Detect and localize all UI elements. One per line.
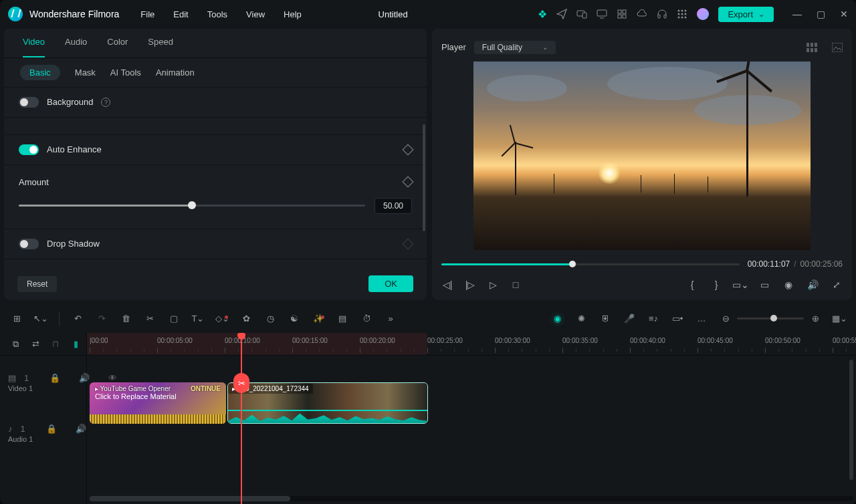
quality-dropdown[interactable]: Full Quality — [474, 41, 556, 54]
pointer-icon[interactable]: ↖⌄ — [35, 313, 47, 325]
captions-button[interactable]: … — [696, 313, 708, 325]
video-track-header[interactable]: ▤1 🔒 🔊 👁 Video 1 — [0, 356, 86, 418]
mic-button[interactable]: 🎤 — [623, 313, 635, 325]
layout-grid-icon[interactable] — [807, 43, 817, 52]
mark-out-button[interactable]: } — [710, 279, 722, 291]
inspector-scrollbar[interactable] — [423, 124, 425, 231]
timeline-panel: ⧉ ⇄ ⊓ ▮ ▤1 🔒 🔊 👁 Video 1 ♪1 🔒 🔊 Audio 1 … — [0, 333, 856, 504]
toolbox-icon[interactable]: ⊞ — [11, 313, 23, 325]
drop-shadow-row: Drop Shadow — [4, 229, 427, 259]
timeline-horizontal-scrollbar[interactable] — [90, 496, 853, 501]
audio-track-header[interactable]: ♪1 🔒 🔊 Audio 1 — [0, 418, 86, 452]
ratio-dropdown[interactable]: ▭⌄ — [734, 279, 746, 291]
add-track-button[interactable]: ⧉ — [9, 338, 21, 350]
drop-shadow-toggle[interactable] — [19, 239, 39, 249]
play-button[interactable]: ▷ — [487, 279, 499, 291]
svg-rect-22 — [811, 48, 813, 52]
menu-edit[interactable]: Edit — [173, 9, 188, 19]
tab-video[interactable]: Video — [23, 37, 45, 57]
speed-button[interactable]: ◷ — [264, 313, 276, 325]
window-maximize[interactable]: ▢ — [817, 9, 825, 19]
amount-slider[interactable] — [19, 205, 365, 207]
send-icon[interactable] — [556, 9, 567, 19]
marker-button[interactable]: ▮ — [70, 338, 82, 350]
enhance-fx-button[interactable]: ✺ — [575, 313, 587, 325]
export-button[interactable]: Export — [718, 7, 774, 22]
amount-row: Amount 50.00 — [4, 164, 427, 229]
tab-speed[interactable]: Speed — [148, 37, 173, 57]
auto-enhance-keyframe-icon[interactable] — [403, 144, 414, 155]
clip-youtube-opener[interactable]: ▸ YouTube Game OpenerONTINUE Click to Re… — [90, 382, 226, 424]
player-progress-bar[interactable] — [441, 263, 740, 265]
amount-value-field[interactable]: 50.00 — [374, 198, 412, 214]
clip-vid-20221004[interactable]: ▸VID_20221004_172344 — [227, 382, 428, 424]
keyframe-tool-button[interactable]: ▤ — [336, 313, 348, 325]
desktop-icon[interactable] — [597, 9, 607, 19]
image-icon[interactable] — [832, 43, 843, 52]
tab-audio[interactable]: Audio — [65, 37, 87, 57]
tab-basic[interactable]: Basic — [20, 65, 60, 80]
display-button[interactable]: ▭ — [758, 279, 770, 291]
magnet-button[interactable]: ⊓ — [49, 338, 62, 350]
split-button[interactable]: ✂ — [144, 313, 156, 325]
drop-shadow-keyframe-icon[interactable] — [403, 238, 414, 249]
crop-button[interactable]: ▢ — [168, 313, 180, 325]
timeline-ruler[interactable]: |00:0000:00:05:0000:00:10:0000:00:15:000… — [87, 333, 856, 356]
adjust-button[interactable]: ◇⌄ — [216, 313, 228, 325]
devices-icon[interactable] — [576, 9, 587, 19]
window-minimize[interactable]: — — [792, 9, 802, 19]
snapshot-button[interactable]: ◉ — [782, 279, 794, 291]
mask-tool-button[interactable]: ☯ — [288, 313, 300, 325]
app-logo — [8, 7, 23, 21]
shield-button[interactable]: ⛨ — [599, 313, 611, 325]
library-icon[interactable] — [617, 9, 627, 19]
playhead-cut-icon[interactable]: ✂ — [233, 373, 249, 393]
prev-frame-button[interactable]: ◁| — [441, 279, 453, 291]
redo-button[interactable]: ↷ — [96, 313, 108, 325]
timeline-body[interactable]: |00:0000:00:05:0000:00:10:0000:00:15:000… — [87, 333, 856, 504]
tab-color[interactable]: Color — [107, 37, 128, 57]
zoom-slider[interactable] — [737, 318, 804, 320]
zoom-out-button[interactable]: ⊖ — [720, 313, 732, 325]
headphones-icon[interactable] — [657, 9, 667, 19]
account-avatar[interactable] — [697, 8, 709, 20]
delete-button[interactable]: 🗑 — [120, 313, 132, 325]
zoom-in-button[interactable]: ⊕ — [809, 313, 821, 325]
background-help-icon[interactable]: ? — [101, 98, 110, 107]
gift-icon[interactable]: ❖ — [538, 8, 547, 21]
ok-button[interactable]: OK — [368, 275, 413, 292]
link-tracks-button[interactable]: ⇄ — [29, 338, 41, 350]
undo-button[interactable]: ↶ — [72, 313, 84, 325]
timeline-vertical-scrollbar[interactable] — [849, 360, 853, 480]
reset-button[interactable]: Reset — [17, 276, 57, 292]
ai-assistant-button[interactable]: ◉ — [551, 313, 563, 325]
menu-tools[interactable]: Tools — [207, 9, 227, 19]
text-button[interactable]: T⌄ — [192, 313, 204, 325]
auto-enhance-toggle[interactable] — [19, 144, 39, 155]
tab-mask[interactable]: Mask — [75, 68, 96, 78]
audio-mixer-button[interactable]: ≡♪ — [647, 313, 659, 325]
fullscreen-button[interactable]: ⤢ — [831, 279, 843, 291]
timer-button[interactable]: ⏱ — [360, 313, 372, 325]
preview-canvas[interactable] — [473, 61, 811, 250]
more-tools-button[interactable]: » — [385, 313, 397, 325]
apps-icon[interactable] — [677, 9, 687, 19]
tab-animation[interactable]: Animation — [156, 68, 195, 78]
volume-button[interactable]: 🔊 — [807, 279, 819, 291]
timeline-view-button[interactable]: ▦⌄ — [833, 313, 845, 325]
tab-ai-tools[interactable]: AI Tools — [110, 68, 141, 78]
background-toggle[interactable] — [19, 97, 39, 108]
amount-keyframe-icon[interactable] — [403, 176, 414, 188]
menu-view[interactable]: View — [246, 9, 265, 19]
effects-button[interactable]: ✨ — [312, 313, 324, 325]
next-frame-button[interactable]: |▷ — [464, 279, 476, 291]
player-timecode: 00:00:11:07/00:00:25:06 — [748, 259, 843, 269]
stop-button[interactable]: □ — [510, 279, 522, 291]
mark-in-button[interactable]: { — [686, 279, 698, 291]
window-close[interactable]: ✕ — [840, 9, 848, 19]
record-screen-button[interactable]: ▭• — [671, 313, 683, 325]
color-tag-button[interactable]: ✿ — [240, 313, 252, 325]
menu-file[interactable]: File — [140, 9, 154, 19]
background-row: Background ? — [4, 87, 427, 117]
cloud-icon[interactable] — [637, 9, 647, 19]
